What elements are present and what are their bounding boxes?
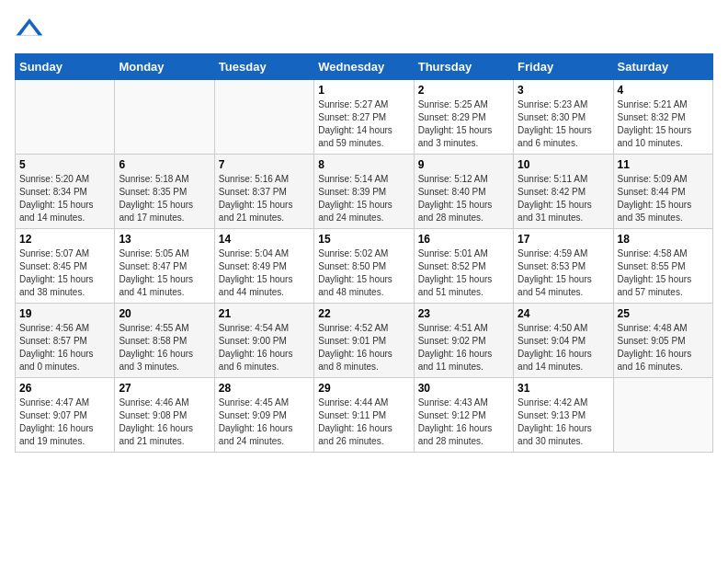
calendar-day-cell: 27Sunrise: 4:46 AMSunset: 9:08 PMDayligh… bbox=[115, 378, 214, 453]
calendar-day-cell bbox=[16, 80, 115, 155]
day-info: Sunrise: 4:56 AMSunset: 8:57 PMDaylight:… bbox=[19, 322, 110, 373]
calendar-day-cell: 6Sunrise: 5:18 AMSunset: 8:35 PMDaylight… bbox=[115, 155, 214, 229]
day-info: Sunrise: 4:52 AMSunset: 9:01 PMDaylight:… bbox=[318, 322, 409, 373]
day-number: 24 bbox=[518, 307, 609, 320]
day-info: Sunrise: 4:46 AMSunset: 9:08 PMDaylight:… bbox=[119, 396, 210, 448]
day-info: Sunrise: 5:04 AMSunset: 8:49 PMDaylight:… bbox=[219, 247, 310, 299]
calendar-day-cell: 30Sunrise: 4:43 AMSunset: 9:12 PMDayligh… bbox=[414, 378, 513, 453]
day-info: Sunrise: 5:21 AMSunset: 8:32 PMDaylight:… bbox=[618, 98, 709, 150]
day-number: 20 bbox=[119, 307, 210, 320]
day-number: 15 bbox=[318, 233, 409, 246]
calendar-week-row: 19Sunrise: 4:56 AMSunset: 8:57 PMDayligh… bbox=[16, 304, 713, 378]
day-info: Sunrise: 4:50 AMSunset: 9:04 PMDaylight:… bbox=[518, 322, 609, 373]
day-info: Sunrise: 4:44 AMSunset: 9:11 PMDaylight:… bbox=[318, 396, 409, 448]
calendar-day-cell: 1Sunrise: 5:27 AMSunset: 8:27 PMDaylight… bbox=[314, 80, 414, 155]
calendar-day-cell: 15Sunrise: 5:02 AMSunset: 8:50 PMDayligh… bbox=[314, 229, 414, 304]
calendar-week-row: 1Sunrise: 5:27 AMSunset: 8:27 PMDaylight… bbox=[16, 80, 713, 155]
day-number: 19 bbox=[19, 307, 110, 320]
calendar-day-cell: 16Sunrise: 5:01 AMSunset: 8:52 PMDayligh… bbox=[414, 229, 513, 304]
calendar-day-cell bbox=[214, 80, 313, 155]
day-number: 8 bbox=[318, 158, 409, 171]
day-info: Sunrise: 4:48 AMSunset: 9:05 PMDaylight:… bbox=[618, 322, 709, 373]
day-number: 10 bbox=[518, 158, 609, 171]
day-of-week-header: Friday bbox=[514, 54, 613, 80]
calendar-day-cell: 22Sunrise: 4:52 AMSunset: 9:01 PMDayligh… bbox=[314, 304, 414, 378]
day-info: Sunrise: 5:02 AMSunset: 8:50 PMDaylight:… bbox=[318, 247, 409, 299]
day-number: 17 bbox=[518, 233, 609, 246]
day-info: Sunrise: 5:23 AMSunset: 8:30 PMDaylight:… bbox=[518, 98, 609, 150]
day-of-week-header: Saturday bbox=[613, 54, 712, 80]
day-number: 14 bbox=[219, 233, 310, 246]
day-info: Sunrise: 4:59 AMSunset: 8:53 PMDaylight:… bbox=[518, 247, 609, 299]
day-info: Sunrise: 4:43 AMSunset: 9:12 PMDaylight:… bbox=[418, 396, 509, 448]
day-number: 23 bbox=[418, 307, 509, 320]
day-number: 7 bbox=[219, 158, 310, 171]
day-info: Sunrise: 4:51 AMSunset: 9:02 PMDaylight:… bbox=[418, 322, 509, 373]
day-of-week-header: Thursday bbox=[414, 54, 513, 80]
day-info: Sunrise: 5:16 AMSunset: 8:37 PMDaylight:… bbox=[219, 173, 310, 224]
day-info: Sunrise: 4:42 AMSunset: 9:13 PMDaylight:… bbox=[518, 396, 609, 448]
logo bbox=[15, 15, 48, 44]
day-info: Sunrise: 5:12 AMSunset: 8:40 PMDaylight:… bbox=[418, 173, 509, 224]
day-info: Sunrise: 4:47 AMSunset: 9:07 PMDaylight:… bbox=[19, 396, 110, 448]
day-number: 28 bbox=[219, 382, 310, 395]
calendar-header-row: SundayMondayTuesdayWednesdayThursdayFrid… bbox=[16, 54, 713, 80]
calendar-day-cell: 31Sunrise: 4:42 AMSunset: 9:13 PMDayligh… bbox=[514, 378, 613, 453]
day-number: 25 bbox=[618, 307, 709, 320]
day-number: 13 bbox=[119, 233, 210, 246]
calendar-day-cell: 11Sunrise: 5:09 AMSunset: 8:44 PMDayligh… bbox=[613, 155, 712, 229]
day-number: 1 bbox=[318, 84, 409, 97]
day-info: Sunrise: 5:25 AMSunset: 8:29 PMDaylight:… bbox=[418, 98, 509, 150]
day-number: 30 bbox=[418, 382, 509, 395]
day-info: Sunrise: 5:27 AMSunset: 8:27 PMDaylight:… bbox=[318, 98, 409, 150]
day-info: Sunrise: 4:45 AMSunset: 9:09 PMDaylight:… bbox=[219, 396, 310, 448]
calendar-day-cell: 24Sunrise: 4:50 AMSunset: 9:04 PMDayligh… bbox=[514, 304, 613, 378]
logo-icon bbox=[15, 15, 44, 44]
day-number: 21 bbox=[219, 307, 310, 320]
day-info: Sunrise: 5:09 AMSunset: 8:44 PMDaylight:… bbox=[618, 173, 709, 224]
calendar-day-cell: 25Sunrise: 4:48 AMSunset: 9:05 PMDayligh… bbox=[613, 304, 712, 378]
day-number: 22 bbox=[318, 307, 409, 320]
day-number: 16 bbox=[418, 233, 509, 246]
day-info: Sunrise: 5:14 AMSunset: 8:39 PMDaylight:… bbox=[318, 173, 409, 224]
calendar-day-cell: 28Sunrise: 4:45 AMSunset: 9:09 PMDayligh… bbox=[214, 378, 313, 453]
day-info: Sunrise: 4:55 AMSunset: 8:58 PMDaylight:… bbox=[119, 322, 210, 373]
calendar-day-cell: 9Sunrise: 5:12 AMSunset: 8:40 PMDaylight… bbox=[414, 155, 513, 229]
day-number: 31 bbox=[518, 382, 609, 395]
day-info: Sunrise: 5:01 AMSunset: 8:52 PMDaylight:… bbox=[418, 247, 509, 299]
calendar-week-row: 12Sunrise: 5:07 AMSunset: 8:45 PMDayligh… bbox=[16, 229, 713, 304]
calendar-day-cell: 10Sunrise: 5:11 AMSunset: 8:42 PMDayligh… bbox=[514, 155, 613, 229]
day-number: 18 bbox=[618, 233, 709, 246]
day-number: 2 bbox=[418, 84, 509, 97]
calendar-day-cell: 26Sunrise: 4:47 AMSunset: 9:07 PMDayligh… bbox=[16, 378, 115, 453]
day-info: Sunrise: 5:18 AMSunset: 8:35 PMDaylight:… bbox=[119, 173, 210, 224]
calendar-day-cell bbox=[613, 378, 712, 453]
day-of-week-header: Monday bbox=[115, 54, 214, 80]
calendar-day-cell: 4Sunrise: 5:21 AMSunset: 8:32 PMDaylight… bbox=[613, 80, 712, 155]
calendar-day-cell: 19Sunrise: 4:56 AMSunset: 8:57 PMDayligh… bbox=[16, 304, 115, 378]
calendar-day-cell: 29Sunrise: 4:44 AMSunset: 9:11 PMDayligh… bbox=[314, 378, 414, 453]
day-info: Sunrise: 5:05 AMSunset: 8:47 PMDaylight:… bbox=[119, 247, 210, 299]
calendar-day-cell bbox=[115, 80, 214, 155]
calendar-day-cell: 3Sunrise: 5:23 AMSunset: 8:30 PMDaylight… bbox=[514, 80, 613, 155]
calendar-day-cell: 8Sunrise: 5:14 AMSunset: 8:39 PMDaylight… bbox=[314, 155, 414, 229]
calendar-week-row: 5Sunrise: 5:20 AMSunset: 8:34 PMDaylight… bbox=[16, 155, 713, 229]
calendar-day-cell: 21Sunrise: 4:54 AMSunset: 9:00 PMDayligh… bbox=[214, 304, 313, 378]
calendar-day-cell: 23Sunrise: 4:51 AMSunset: 9:02 PMDayligh… bbox=[414, 304, 513, 378]
calendar-day-cell: 13Sunrise: 5:05 AMSunset: 8:47 PMDayligh… bbox=[115, 229, 214, 304]
day-number: 27 bbox=[119, 382, 210, 395]
calendar-day-cell: 7Sunrise: 5:16 AMSunset: 8:37 PMDaylight… bbox=[214, 155, 313, 229]
day-of-week-header: Wednesday bbox=[314, 54, 414, 80]
day-info: Sunrise: 5:20 AMSunset: 8:34 PMDaylight:… bbox=[19, 173, 110, 224]
day-info: Sunrise: 5:07 AMSunset: 8:45 PMDaylight:… bbox=[19, 247, 110, 299]
day-number: 29 bbox=[318, 382, 409, 395]
calendar-day-cell: 14Sunrise: 5:04 AMSunset: 8:49 PMDayligh… bbox=[214, 229, 313, 304]
day-number: 6 bbox=[119, 158, 210, 171]
calendar-day-cell: 20Sunrise: 4:55 AMSunset: 8:58 PMDayligh… bbox=[115, 304, 214, 378]
day-info: Sunrise: 4:54 AMSunset: 9:00 PMDaylight:… bbox=[219, 322, 310, 373]
day-of-week-header: Tuesday bbox=[214, 54, 313, 80]
calendar-day-cell: 12Sunrise: 5:07 AMSunset: 8:45 PMDayligh… bbox=[16, 229, 115, 304]
day-number: 26 bbox=[19, 382, 110, 395]
calendar-day-cell: 17Sunrise: 4:59 AMSunset: 8:53 PMDayligh… bbox=[514, 229, 613, 304]
day-of-week-header: Sunday bbox=[16, 54, 115, 80]
